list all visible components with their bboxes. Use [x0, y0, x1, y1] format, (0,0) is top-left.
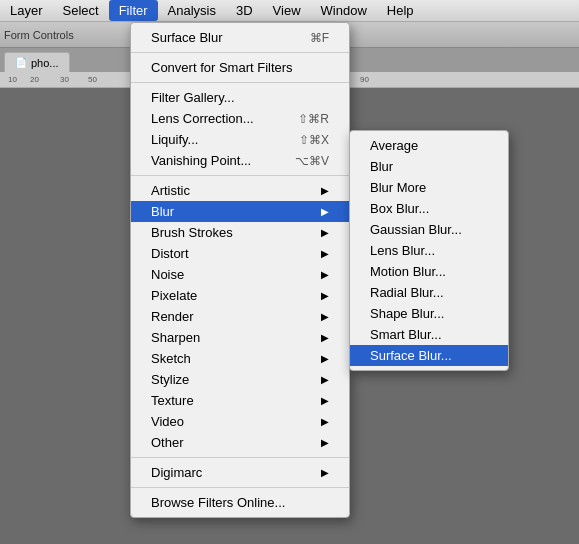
filter-gallery-label: Filter Gallery...: [151, 90, 235, 105]
blur-lens[interactable]: Lens Blur...: [350, 240, 508, 261]
filter-vanishing-point-shortcut: ⌥⌘V: [295, 154, 329, 168]
blur-lens-label: Lens Blur...: [370, 243, 435, 258]
filter-artistic-label: Artistic: [151, 183, 190, 198]
filter-gallery[interactable]: Filter Gallery...: [131, 87, 349, 108]
filter-other-label: Other: [151, 435, 184, 450]
blur-gaussian-label: Gaussian Blur...: [370, 222, 462, 237]
sketch-arrow-icon: ▶: [321, 353, 329, 364]
blur-shape-label: Shape Blur...: [370, 306, 444, 321]
menubar-item-help[interactable]: Help: [377, 0, 424, 21]
filter-noise-label: Noise: [151, 267, 184, 282]
filter-artistic[interactable]: Artistic ▶: [131, 180, 349, 201]
document-tab[interactable]: 📄 pho...: [4, 52, 70, 72]
sharpen-arrow-icon: ▶: [321, 332, 329, 343]
blur-gaussian[interactable]: Gaussian Blur...: [350, 219, 508, 240]
filter-stylize-label: Stylize: [151, 372, 189, 387]
filter-blur-label: Blur: [151, 204, 174, 219]
blur-smart[interactable]: Smart Blur...: [350, 324, 508, 345]
filter-render[interactable]: Render ▶: [131, 306, 349, 327]
texture-arrow-icon: ▶: [321, 395, 329, 406]
blur-arrow-icon: ▶: [321, 206, 329, 217]
other-arrow-icon: ▶: [321, 437, 329, 448]
filter-digimarc-label: Digimarc: [151, 465, 202, 480]
brush-strokes-arrow-icon: ▶: [321, 227, 329, 238]
filter-sketch[interactable]: Sketch ▶: [131, 348, 349, 369]
video-arrow-icon: ▶: [321, 416, 329, 427]
filter-surface-blur-label: Surface Blur: [151, 30, 223, 45]
blur-motion[interactable]: Motion Blur...: [350, 261, 508, 282]
filter-video[interactable]: Video ▶: [131, 411, 349, 432]
tab-icon: 📄: [15, 57, 27, 68]
blur-surface[interactable]: Surface Blur...: [350, 345, 508, 366]
artistic-arrow-icon: ▶: [321, 185, 329, 196]
blur-submenu: Average Blur Blur More Box Blur... Gauss…: [349, 130, 509, 371]
separator-1: [131, 52, 349, 53]
ruler-unit: 10: [8, 75, 17, 84]
menubar-item-3d[interactable]: 3D: [226, 0, 263, 21]
filter-pixelate[interactable]: Pixelate ▶: [131, 285, 349, 306]
filter-brush-strokes[interactable]: Brush Strokes ▶: [131, 222, 349, 243]
pixelate-arrow-icon: ▶: [321, 290, 329, 301]
filter-texture[interactable]: Texture ▶: [131, 390, 349, 411]
blur-more[interactable]: Blur More: [350, 177, 508, 198]
filter-render-label: Render: [151, 309, 194, 324]
toolbar-label: Form Controls: [4, 29, 74, 41]
filter-liquify[interactable]: Liquify... ⇧⌘X: [131, 129, 349, 150]
blur-motion-label: Motion Blur...: [370, 264, 446, 279]
filter-lens-correction-shortcut: ⇧⌘R: [298, 112, 329, 126]
blur-surface-label: Surface Blur...: [370, 348, 452, 363]
render-arrow-icon: ▶: [321, 311, 329, 322]
noise-arrow-icon: ▶: [321, 269, 329, 280]
filter-texture-label: Texture: [151, 393, 194, 408]
stylize-arrow-icon: ▶: [321, 374, 329, 385]
blur-radial-label: Radial Blur...: [370, 285, 444, 300]
filter-lens-correction-label: Lens Correction...: [151, 111, 254, 126]
tab-label: pho...: [31, 57, 59, 69]
blur-average-label: Average: [370, 138, 418, 153]
blur-blur[interactable]: Blur: [350, 156, 508, 177]
filter-vanishing-point-label: Vanishing Point...: [151, 153, 251, 168]
menubar-item-layer[interactable]: Layer: [0, 0, 53, 21]
filter-sharpen[interactable]: Sharpen ▶: [131, 327, 349, 348]
filter-lens-correction[interactable]: Lens Correction... ⇧⌘R: [131, 108, 349, 129]
distort-arrow-icon: ▶: [321, 248, 329, 259]
digimarc-arrow-icon: ▶: [321, 467, 329, 478]
blur-smart-label: Smart Blur...: [370, 327, 442, 342]
filter-convert-smart[interactable]: Convert for Smart Filters: [131, 57, 349, 78]
blur-more-label: Blur More: [370, 180, 426, 195]
filter-other[interactable]: Other ▶: [131, 432, 349, 453]
filter-digimarc[interactable]: Digimarc ▶: [131, 462, 349, 483]
filter-video-label: Video: [151, 414, 184, 429]
blur-radial[interactable]: Radial Blur...: [350, 282, 508, 303]
filter-surface-blur[interactable]: Surface Blur ⌘F: [131, 27, 349, 48]
filter-blur[interactable]: Blur ▶: [131, 201, 349, 222]
blur-box[interactable]: Box Blur...: [350, 198, 508, 219]
menubar-item-filter[interactable]: Filter: [109, 0, 158, 21]
filter-menu: Surface Blur ⌘F Convert for Smart Filter…: [130, 22, 350, 518]
filter-distort-label: Distort: [151, 246, 189, 261]
filter-liquify-label: Liquify...: [151, 132, 198, 147]
filter-sharpen-label: Sharpen: [151, 330, 200, 345]
blur-average[interactable]: Average: [350, 135, 508, 156]
menubar-item-select[interactable]: Select: [53, 0, 109, 21]
filter-browse-online-label: Browse Filters Online...: [151, 495, 285, 510]
filter-noise[interactable]: Noise ▶: [131, 264, 349, 285]
menubar: Layer Select Filter Analysis 3D View Win…: [0, 0, 579, 22]
separator-4: [131, 457, 349, 458]
menubar-item-window[interactable]: Window: [311, 0, 377, 21]
filter-browse-online[interactable]: Browse Filters Online...: [131, 492, 349, 513]
filter-brush-strokes-label: Brush Strokes: [151, 225, 233, 240]
separator-2: [131, 82, 349, 83]
filter-stylize[interactable]: Stylize ▶: [131, 369, 349, 390]
separator-5: [131, 487, 349, 488]
filter-distort[interactable]: Distort ▶: [131, 243, 349, 264]
menubar-item-analysis[interactable]: Analysis: [158, 0, 226, 21]
filter-vanishing-point[interactable]: Vanishing Point... ⌥⌘V: [131, 150, 349, 171]
filter-surface-blur-shortcut: ⌘F: [310, 31, 329, 45]
menubar-item-view[interactable]: View: [263, 0, 311, 21]
filter-convert-smart-label: Convert for Smart Filters: [151, 60, 293, 75]
filter-liquify-shortcut: ⇧⌘X: [299, 133, 329, 147]
filter-sketch-label: Sketch: [151, 351, 191, 366]
blur-shape[interactable]: Shape Blur...: [350, 303, 508, 324]
separator-3: [131, 175, 349, 176]
